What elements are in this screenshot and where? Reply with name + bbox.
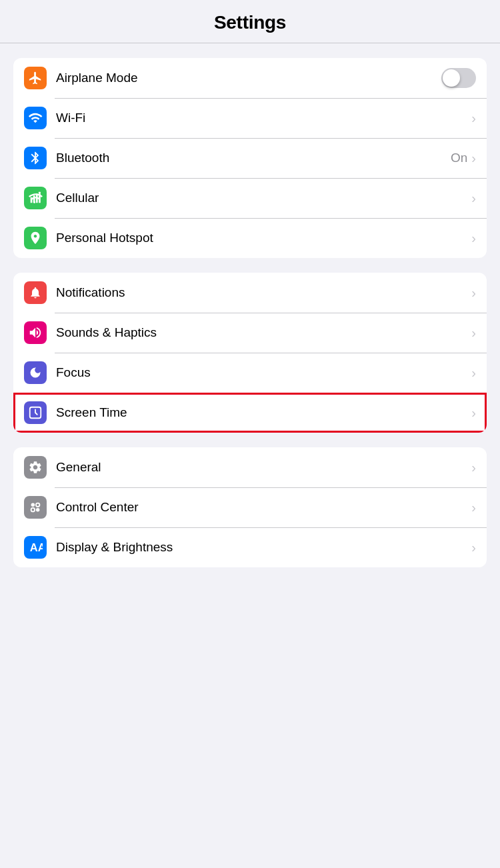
hotspot-icon xyxy=(24,227,47,249)
row-bluetooth[interactable]: BluetoothOn› xyxy=(13,138,487,178)
control-center-label: Control Center xyxy=(56,500,471,515)
cellular-chevron: › xyxy=(471,191,476,206)
general-label: General xyxy=(56,460,471,475)
bluetooth-label: Bluetooth xyxy=(56,151,451,165)
row-focus[interactable]: Focus› xyxy=(13,353,487,393)
page-title: Settings xyxy=(214,12,286,33)
display-label: Display & Brightness xyxy=(56,540,471,555)
row-airplane-mode[interactable]: Airplane Mode xyxy=(13,58,487,98)
svg-rect-2 xyxy=(36,194,38,203)
bluetooth-right: On› xyxy=(451,151,476,166)
display-right: › xyxy=(471,540,476,555)
bluetooth-value: On xyxy=(451,151,467,165)
row-sounds[interactable]: Sounds & Haptics› xyxy=(13,313,487,353)
notifications-right: › xyxy=(471,285,476,301)
svg-point-6 xyxy=(36,503,39,507)
moon-icon xyxy=(24,361,47,384)
airplane-mode-toggle-knob xyxy=(443,69,460,87)
display-chevron: › xyxy=(471,540,476,555)
wifi-chevron: › xyxy=(471,111,476,126)
section-connectivity: Airplane ModeWi-Fi›BluetoothOn›Cellular›… xyxy=(13,58,487,258)
airplane-mode-toggle[interactable] xyxy=(441,68,476,88)
controlcenter-icon xyxy=(24,496,47,519)
screen-time-label: Screen Time xyxy=(56,405,471,420)
focus-right: › xyxy=(471,365,476,381)
general-chevron: › xyxy=(471,460,476,475)
row-hotspot[interactable]: Personal Hotspot› xyxy=(13,218,487,258)
focus-chevron: › xyxy=(471,365,476,381)
focus-label: Focus xyxy=(56,365,471,380)
row-control-center[interactable]: Control Center› xyxy=(13,487,487,527)
svg-point-8 xyxy=(36,508,39,512)
svg-text:AA: AA xyxy=(30,541,43,553)
row-screen-time[interactable]: Screen Time› xyxy=(13,393,487,433)
bluetooth-chevron: › xyxy=(471,151,476,166)
wifi-right: › xyxy=(471,111,476,126)
header: Settings xyxy=(0,0,500,43)
svg-point-5 xyxy=(31,503,35,507)
wifi-icon xyxy=(24,107,47,129)
gear-icon xyxy=(24,456,47,479)
airplane-mode-right xyxy=(441,68,476,88)
general-right: › xyxy=(471,460,476,475)
cellular-label: Cellular xyxy=(56,191,471,205)
screentime-icon xyxy=(24,401,47,424)
row-wifi[interactable]: Wi-Fi› xyxy=(13,98,487,138)
airplane-mode-label: Airplane Mode xyxy=(56,71,441,85)
section-device: General›Control Center›AADisplay & Brigh… xyxy=(13,447,487,567)
row-cellular[interactable]: Cellular› xyxy=(13,178,487,218)
screen-time-right: › xyxy=(471,405,476,421)
svg-rect-0 xyxy=(31,197,33,203)
hotspot-right: › xyxy=(471,231,476,246)
row-notifications[interactable]: Notifications› xyxy=(13,273,487,313)
hotspot-chevron: › xyxy=(471,231,476,246)
svg-point-7 xyxy=(31,508,35,512)
display-icon: AA xyxy=(24,536,47,559)
svg-rect-3 xyxy=(39,192,41,203)
cellular-right: › xyxy=(471,191,476,206)
sounds-label: Sounds & Haptics xyxy=(56,325,471,340)
row-general[interactable]: General› xyxy=(13,447,487,487)
bell-icon xyxy=(24,281,47,304)
wifi-label: Wi-Fi xyxy=(56,111,471,125)
hotspot-label: Personal Hotspot xyxy=(56,231,471,245)
sounds-chevron: › xyxy=(471,325,476,341)
svg-rect-1 xyxy=(33,195,35,203)
control-center-right: › xyxy=(471,500,476,515)
cellular-icon xyxy=(24,187,47,209)
notifications-chevron: › xyxy=(471,285,476,301)
sound-icon xyxy=(24,321,47,344)
airplane-icon xyxy=(24,67,47,89)
sounds-right: › xyxy=(471,325,476,341)
notifications-label: Notifications xyxy=(56,285,471,300)
row-display[interactable]: AADisplay & Brightness› xyxy=(13,527,487,567)
section-system: Notifications›Sounds & Haptics›Focus›Scr… xyxy=(13,273,487,433)
control-center-chevron: › xyxy=(471,500,476,515)
bluetooth-icon xyxy=(24,147,47,169)
screen-time-chevron: › xyxy=(471,405,476,421)
